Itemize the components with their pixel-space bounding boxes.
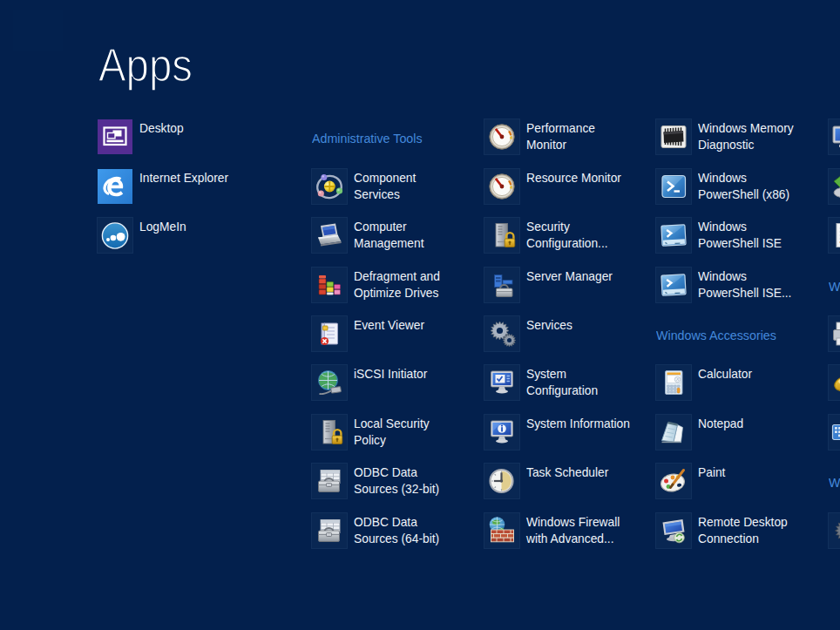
svg-text:Apps: Apps xyxy=(98,38,193,91)
